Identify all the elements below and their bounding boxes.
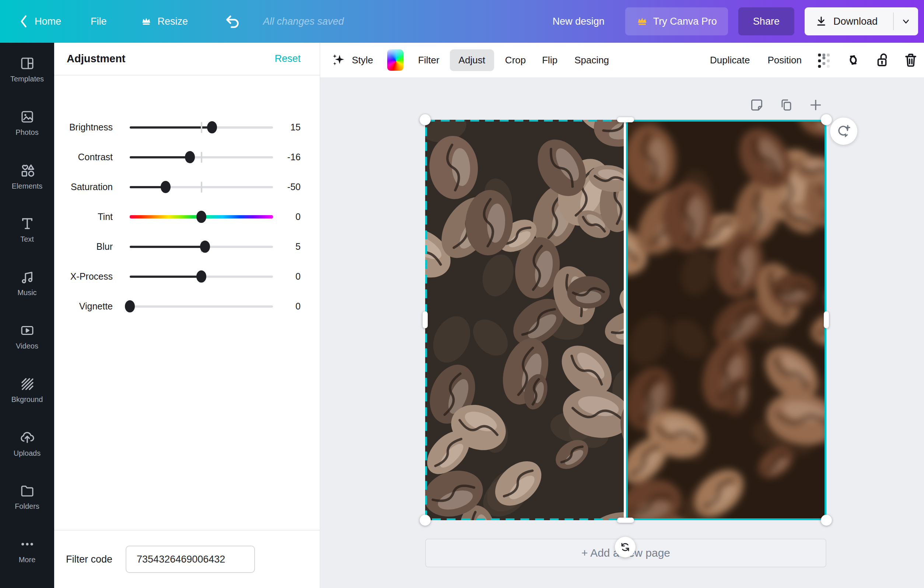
contrast-slider[interactable] bbox=[130, 151, 273, 164]
slider-thumb[interactable] bbox=[161, 181, 171, 193]
slider-thumb[interactable] bbox=[207, 121, 217, 133]
text-icon bbox=[20, 216, 35, 231]
brightness-slider[interactable] bbox=[130, 121, 273, 134]
share-button[interactable]: Share bbox=[738, 7, 794, 35]
resize-handle-bottom-right[interactable] bbox=[821, 515, 832, 526]
slider-thumb[interactable] bbox=[200, 241, 210, 253]
slider-row-x-process: X-Process0 bbox=[54, 262, 320, 291]
position-button[interactable]: Position bbox=[768, 55, 802, 66]
slider-fill bbox=[130, 186, 165, 188]
slider-thumb[interactable] bbox=[185, 151, 195, 163]
adjust-label: Adjust bbox=[459, 55, 485, 66]
topbar-right: New design Try Canva Pro Share Download bbox=[553, 7, 924, 35]
style-button[interactable]: Style bbox=[331, 52, 373, 68]
sidebar-item-videos[interactable]: Videos bbox=[0, 310, 54, 363]
slider-row-brightness: Brightness15 bbox=[54, 112, 320, 142]
sidebar-item-elements[interactable]: Elements bbox=[0, 150, 54, 203]
crop-button[interactable]: Crop bbox=[505, 55, 526, 66]
sidebar-item-text[interactable]: Text bbox=[0, 203, 54, 256]
adjust-tab-active[interactable]: Adjust bbox=[450, 50, 494, 71]
photos-icon bbox=[20, 109, 35, 124]
sidebar-item-label: Music bbox=[17, 289, 36, 297]
canva-editor: Home File Resize All changes saved New d… bbox=[0, 0, 924, 588]
comment-plus-icon bbox=[836, 124, 851, 139]
slider-value: 5 bbox=[280, 241, 300, 252]
filter-code-input[interactable] bbox=[125, 546, 255, 573]
resize-handle-top-right[interactable] bbox=[821, 114, 832, 125]
duplicate-button[interactable]: Duplicate bbox=[710, 55, 750, 66]
resize-handle-bottom[interactable] bbox=[617, 518, 634, 523]
slider-fill bbox=[130, 276, 201, 278]
link-button[interactable] bbox=[845, 52, 861, 68]
color-picker-swatch[interactable] bbox=[387, 50, 403, 71]
sidebar: TemplatesPhotosElementsTextMusicVideosBk… bbox=[0, 43, 54, 588]
add-comment-button[interactable] bbox=[830, 117, 857, 145]
blur-slider[interactable] bbox=[130, 241, 273, 253]
filter-label: Filter bbox=[418, 55, 439, 66]
panel-header: Adjustment Reset bbox=[54, 43, 320, 76]
spacing-button[interactable]: Spacing bbox=[574, 55, 609, 66]
filter-tab[interactable]: Filter bbox=[418, 55, 439, 66]
design-page[interactable] bbox=[425, 120, 827, 520]
sidebar-item-more[interactable]: More bbox=[0, 524, 54, 577]
notes-icon[interactable] bbox=[750, 98, 764, 112]
x-process-slider[interactable] bbox=[130, 271, 273, 283]
flip-button[interactable]: Flip bbox=[542, 55, 558, 66]
sidebar-item-templates[interactable]: Templates bbox=[0, 43, 54, 96]
slider-label: Tint bbox=[67, 211, 113, 222]
resize-handle-bottom-left[interactable] bbox=[420, 515, 431, 526]
saturation-slider[interactable] bbox=[130, 181, 273, 193]
sidebar-item-bkground[interactable]: Bkground bbox=[0, 363, 54, 417]
slider-thumb[interactable] bbox=[196, 211, 206, 223]
slider-thumb[interactable] bbox=[125, 300, 135, 312]
photo-left-adjusted[interactable] bbox=[425, 120, 625, 520]
filter-code-section: Filter code bbox=[54, 530, 320, 588]
undo-button[interactable] bbox=[224, 13, 240, 30]
elements-icon bbox=[19, 162, 35, 178]
add-page-icon[interactable] bbox=[808, 98, 823, 112]
resize-button[interactable]: Resize bbox=[141, 16, 188, 27]
delete-button[interactable] bbox=[903, 52, 919, 68]
sidebar-item-uploads[interactable]: Uploads bbox=[0, 417, 54, 470]
sidebar-item-label: More bbox=[19, 556, 36, 564]
download-main[interactable]: Download bbox=[805, 15, 888, 28]
slider-row-blur: Blur5 bbox=[54, 232, 320, 262]
home-button[interactable]: Home bbox=[19, 14, 61, 28]
resize-handle-right[interactable] bbox=[824, 311, 829, 328]
resize-handle-left[interactable] bbox=[422, 311, 428, 328]
rotate-handle[interactable] bbox=[615, 537, 635, 557]
trash-icon bbox=[903, 52, 919, 68]
style-label: Style bbox=[352, 55, 373, 66]
sidebar-item-photos[interactable]: Photos bbox=[0, 96, 54, 150]
resize-handle-top[interactable] bbox=[617, 117, 634, 122]
slider-row-saturation: Saturation-50 bbox=[54, 172, 320, 202]
folders-icon bbox=[20, 483, 35, 499]
sidebar-item-music[interactable]: Music bbox=[0, 256, 54, 310]
resize-handle-top-left[interactable] bbox=[420, 114, 431, 125]
photo-right-blurred[interactable] bbox=[626, 120, 827, 520]
download-options-button[interactable] bbox=[893, 13, 918, 30]
try-canva-pro-button[interactable]: Try Canva Pro bbox=[625, 7, 728, 35]
slider-list: Brightness15Contrast-16Saturation-50Tint… bbox=[54, 76, 320, 321]
sidebar-item-folders[interactable]: Folders bbox=[0, 470, 54, 524]
slider-label: Blur bbox=[67, 241, 113, 252]
transparency-icon bbox=[817, 52, 832, 68]
new-design-button[interactable]: New design bbox=[553, 16, 605, 27]
duplicate-page-icon[interactable] bbox=[779, 98, 793, 112]
center-tick bbox=[201, 182, 202, 193]
sidebar-item-label: Folders bbox=[15, 502, 40, 510]
slider-thumb[interactable] bbox=[196, 271, 206, 282]
download-button[interactable]: Download bbox=[805, 7, 918, 35]
sidebar-item-label: Bkground bbox=[12, 395, 43, 404]
more-icon bbox=[20, 537, 35, 552]
sidebar-item-label: Elements bbox=[12, 182, 42, 190]
try-pro-label: Try Canva Pro bbox=[653, 16, 717, 27]
reset-button[interactable]: Reset bbox=[274, 53, 300, 64]
tint-slider[interactable] bbox=[130, 211, 273, 223]
vignette-slider[interactable] bbox=[130, 300, 273, 313]
resize-label: Resize bbox=[158, 16, 188, 27]
file-menu-button[interactable]: File bbox=[91, 16, 107, 27]
home-label: Home bbox=[35, 16, 61, 27]
lock-button[interactable] bbox=[874, 52, 890, 68]
transparency-button[interactable] bbox=[817, 52, 833, 68]
